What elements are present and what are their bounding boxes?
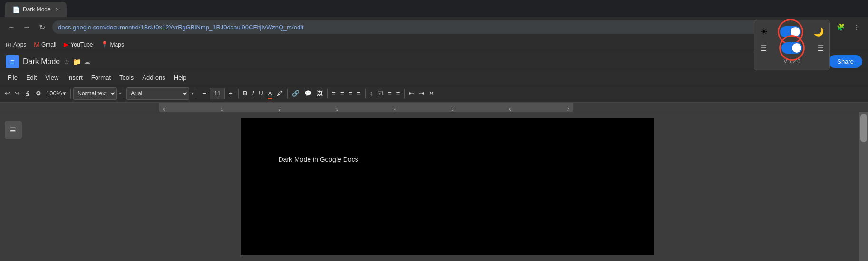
sun-icon: ☀ [760,27,768,37]
toggle1-wrapper [780,26,801,37]
doc-title-icons: ☆ 📁 ☁ [64,58,90,65]
font-chevron: ▾ [191,91,193,96]
clear-format-button[interactable]: ✕ [427,87,436,100]
folder-icon[interactable]: 📁 [73,58,81,65]
menu-view[interactable]: View [41,73,62,82]
paragraph-style-select[interactable]: Normal text Heading 1 Heading 2 Heading … [73,87,117,100]
ruler-mark-4: 4 [394,107,396,112]
numbered-list-button[interactable]: ≡ [395,87,402,100]
align-center-button[interactable]: ≡ [338,87,346,100]
ruler-mark-0: 0 [163,107,165,112]
menu-insert[interactable]: Insert [63,73,87,82]
comment-button[interactable]: 💬 [302,87,314,100]
nav-buttons: ← → ↻ [5,20,48,34]
italic-button[interactable]: I [251,87,256,100]
ruler-inner: 0 1 2 3 4 5 6 7 [159,103,573,112]
separator-4 [238,89,239,98]
image-button[interactable]: 🖼 [315,87,325,100]
menu-tools[interactable]: Tools [116,73,137,82]
undo-button[interactable]: ↩ [3,87,12,100]
doc-title[interactable]: Dark Mode [23,57,60,66]
apps-grid-icon: ⊞ [6,41,11,48]
bookmark-gmail[interactable]: M Gmail [34,41,56,48]
ruler-mark-5: 5 [451,107,453,112]
toolbar: ↩ ↪ 🖨 ⚙ 100% ▾ Normal text Heading 1 Hea… [0,84,868,103]
document-page[interactable]: Dark Mode in Google Docs [241,118,654,255]
bookmark-maps[interactable]: 📍 Maps [101,41,124,48]
zoom-chevron: ▾ [63,90,66,97]
menu-help[interactable]: Help [170,73,191,82]
print-button[interactable]: 🖨 [23,87,33,100]
align-justify-button[interactable]: ≡ [355,87,363,100]
link-button[interactable]: 🔗 [290,87,301,100]
sidebar-left: ☰ [0,112,26,261]
font-size-control: − + [199,88,236,99]
popup-version: V 1.2.0 [760,58,824,64]
page-dark-toggle[interactable] [781,42,802,54]
align-left-button[interactable]: ≡ [330,87,338,100]
tab-close-btn[interactable]: × [56,6,59,13]
font-size-input[interactable] [210,88,225,99]
underline-button[interactable]: U [257,87,265,100]
toggle2-wrapper [781,42,802,54]
style-chevron: ▾ [119,91,121,96]
scrollbar[interactable] [859,112,868,261]
menu-left-icon: ☰ [760,44,767,53]
font-size-decrease[interactable]: − [199,88,209,99]
menu-addons[interactable]: Add-ons [138,73,169,82]
tabs-row: 📄 Dark Mode × [0,0,868,17]
bulleted-list-button[interactable]: ≡ [386,87,394,100]
bookmark-youtube[interactable]: ▶ YouTube [64,41,93,48]
menu-right-icon: ☰ [817,44,824,53]
cloud-icon[interactable]: ☁ [84,58,90,65]
ruler-mark-2: 2 [279,107,281,112]
bold-button[interactable]: B [241,87,249,100]
docs-header: ≡ Dark Mode ☆ 📁 ☁ Last edit was seconds … [0,52,868,71]
outline-button[interactable]: ☰ [5,121,22,139]
menu-edit[interactable]: Edit [22,73,40,82]
align-right-button[interactable]: ≡ [347,87,355,100]
tab-title: Dark Mode [23,6,51,13]
back-button[interactable]: ← [5,20,18,34]
menu-file[interactable]: File [4,73,21,82]
dark-mode-toggle[interactable] [780,26,801,37]
font-size-increase[interactable]: + [225,88,236,99]
ruler-marks: 0 1 2 3 4 5 6 7 [159,107,573,112]
checklist-button[interactable]: ☑ [376,87,385,100]
ruler-mark-6: 6 [509,107,511,112]
address-bar[interactable]: docs.google.com/document/d/1BsU0x12YvrRg… [52,20,798,34]
menu-format[interactable]: Format [87,73,115,82]
reload-button[interactable]: ↻ [35,20,48,34]
chrome-bar: ← → ↻ docs.google.com/document/d/1BsU0x1… [0,17,868,37]
paint-format-button[interactable]: ⚙ [34,87,43,100]
extensions-btn[interactable]: 🧩 [834,20,847,34]
highlight-button[interactable]: 🖍 [275,87,285,100]
forward-button[interactable]: → [20,20,33,34]
zoom-select[interactable]: 100% ▾ [44,87,68,100]
active-tab[interactable]: 📄 Dark Mode × [5,2,67,17]
toggle1-thumb [791,27,800,37]
increase-indent-button[interactable]: ⇥ [417,87,426,100]
share-button[interactable]: Share [829,55,862,68]
font-select[interactable]: Arial Times New Roman Georgia [126,87,189,100]
youtube-label: YouTube [70,41,93,48]
docs-logo-letter: ≡ [10,58,14,65]
line-spacing-button[interactable]: ↕ [368,87,375,100]
maps-label: Maps [110,41,124,48]
bookmark-apps[interactable]: ⊞ Apps [6,41,26,48]
gmail-label: Gmail [41,41,56,48]
more-btn[interactable]: ⋮ [850,20,863,34]
decrease-indent-button[interactable]: ⇤ [407,87,416,100]
ruler: 0 1 2 3 4 5 6 7 [0,103,868,112]
redo-button[interactable]: ↪ [13,87,22,100]
ruler-mark-7: 7 [567,107,569,112]
maps-icon: 📍 [101,41,108,48]
popup-row-1: ☀ 🌙 [760,26,824,37]
scrollbar-thumb[interactable] [860,114,867,142]
separator-8 [404,89,405,98]
star-icon[interactable]: ☆ [64,58,70,65]
text-color-button[interactable]: A [266,87,274,100]
document-content: Dark Mode in Google Docs [241,118,654,201]
zoom-value: 100% [46,90,62,97]
separator-5 [287,89,288,98]
